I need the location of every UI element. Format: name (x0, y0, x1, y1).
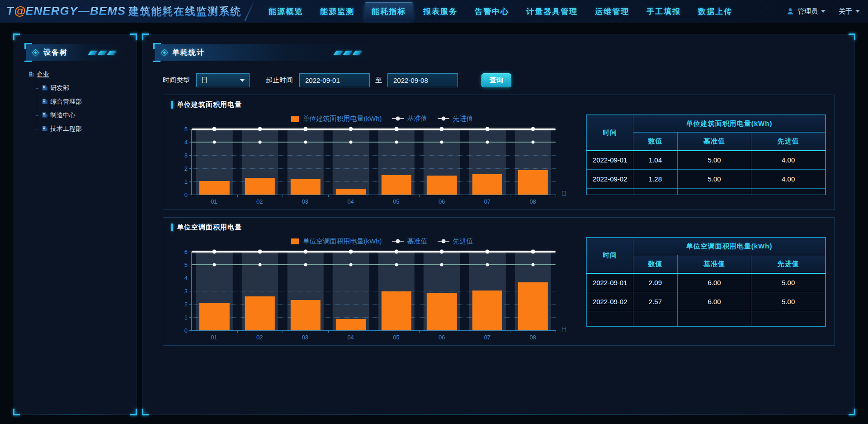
x-axis-tick-label: 05 (373, 334, 419, 341)
x-tick-mark (192, 195, 192, 197)
table-row-partial (587, 311, 826, 327)
legend-bar-swatch-icon (291, 116, 299, 122)
table-cell: 2022-09-01 (587, 151, 633, 170)
line-marker-dot (486, 263, 489, 267)
legend-line-marker-icon (392, 241, 404, 242)
building-icon (28, 71, 34, 79)
data-bar (472, 174, 502, 195)
nav-item-数据上传[interactable]: 数据上传 (691, 2, 739, 21)
device-tree-panel: 设备树 企业 研发部综合管理部制造中心技术工程部 (14, 34, 137, 415)
building-icon (42, 98, 48, 106)
line-marker-dot (394, 127, 398, 131)
legend-item-advanced[interactable]: 先进值 (438, 237, 473, 246)
nav-item-运维管理[interactable]: 运维管理 (588, 2, 636, 21)
nav-item-能源监测[interactable]: 能源监测 (313, 2, 361, 21)
table-cell: 4.00 (751, 170, 826, 189)
y-axis-tick-label: 1 (177, 314, 188, 321)
title-accent-bar (171, 224, 173, 231)
line-marker-dot (258, 141, 261, 144)
line-marker-dot (212, 127, 217, 131)
x-axis-tick-label: 04 (328, 198, 373, 205)
chart-section: 单位建筑面积用电量 单位建筑面积用电量(kWh)基准值先进值 012345日 0… (163, 95, 835, 210)
advanced-line (192, 142, 556, 143)
corner-bracket (13, 409, 20, 415)
x-tick-mark (556, 195, 556, 197)
y-axis-tick-label: 0 (177, 191, 188, 198)
about-menu[interactable]: 关于 (839, 7, 860, 16)
decor-slashes (335, 51, 361, 55)
legend-bar-swatch-icon (291, 238, 299, 244)
legend-item-advanced[interactable]: 先进值 (438, 114, 473, 123)
legend-item-bar[interactable]: 单位空调面积用电量(kWh) (291, 237, 382, 246)
section-title: 单位空调面积用电量 (177, 223, 242, 232)
table-cell: 2022-09-01 (587, 273, 633, 292)
line-marker-dot (486, 250, 490, 254)
bar-chart-plot: 0123456日 (191, 252, 556, 330)
corner-bracket (142, 409, 149, 415)
y-axis-tick-label: 3 (177, 288, 188, 295)
legend-line-marker-icon (392, 118, 404, 119)
line-marker-dot (531, 263, 534, 267)
category-slot (237, 129, 283, 195)
user-menu[interactable]: 管理员 (786, 7, 826, 16)
x-axis-labels: 0102030405060708 (191, 334, 556, 341)
data-bar (290, 179, 320, 195)
table-cell: 6.00 (677, 273, 751, 292)
table-header-time: 时间 (587, 115, 633, 151)
legend-item-baseline[interactable]: 基准值 (392, 114, 428, 123)
table-cell (587, 189, 633, 195)
logo-at-icon: @ (14, 4, 25, 18)
x-axis-tick-label: 07 (465, 198, 510, 205)
section-title-row: 单位空调面积用电量 (171, 223, 826, 232)
table-cell: 5.00 (751, 292, 826, 311)
table-cell (633, 311, 678, 327)
category-slot (510, 129, 556, 195)
nav-item-能耗指标[interactable]: 能耗指标 (365, 2, 413, 21)
title-accent-bar (171, 101, 173, 109)
nav-item-计量器具管理[interactable]: 计量器具管理 (519, 2, 585, 21)
line-marker-dot (394, 250, 398, 254)
section-title: 单位建筑面积用电量 (177, 100, 242, 109)
baseline-line (192, 129, 556, 130)
line-marker-dot (440, 141, 443, 144)
x-tick-mark (374, 330, 374, 333)
y-axis-tick-label: 4 (177, 275, 188, 281)
nav-item-手工填报[interactable]: 手工填报 (640, 2, 688, 21)
device-tree-title: 设备树 (43, 48, 68, 57)
to-label: 至 (375, 76, 382, 85)
nav-item-能源概览[interactable]: 能源概览 (262, 2, 310, 21)
category-slot (374, 129, 420, 195)
table-group-header: 单位空调面积用电量(kWh) (633, 238, 826, 255)
line-marker-dot (213, 141, 216, 144)
table-cell: 2022-09-02 (587, 292, 633, 311)
tree-node-研发部[interactable]: 研发部 (35, 81, 124, 95)
x-tick-mark (328, 330, 329, 333)
line-marker-dot (440, 127, 444, 131)
start-date-input[interactable] (299, 73, 370, 87)
data-bar (336, 189, 366, 195)
query-button[interactable]: 查询 (481, 73, 511, 87)
time-type-select[interactable]: 日 (196, 73, 250, 87)
tree-node-技术工程部[interactable]: 技术工程部 (35, 122, 124, 136)
line-marker-dot (258, 127, 262, 131)
tree-node-综合管理部[interactable]: 综合管理部 (35, 95, 124, 109)
data-bar (427, 293, 457, 330)
legend-item-baseline[interactable]: 基准值 (392, 237, 428, 246)
line-marker-dot (531, 250, 535, 254)
table-cell (587, 311, 633, 327)
corner-bracket (142, 33, 149, 40)
building-icon (42, 84, 48, 92)
app-logo: T@ENERGY—BEMS 建筑能耗在线监测系统 (6, 4, 241, 19)
x-tick-mark (374, 195, 374, 197)
x-tick-mark (465, 195, 465, 197)
legend-item-bar[interactable]: 单位建筑面积用电量(kWh) (291, 114, 382, 123)
data-bar (290, 300, 320, 330)
data-table-wrap: 时间单位空调面积用电量(kWh)数值基准值先进值2022-09-012.096.… (586, 237, 826, 327)
nav-item-报表服务[interactable]: 报表服务 (416, 2, 464, 21)
tree-node-制造中心[interactable]: 制造中心 (35, 109, 124, 122)
tree-node-root[interactable]: 企业 (28, 71, 124, 79)
end-date-input[interactable] (387, 73, 458, 87)
data-table: 时间单位空调面积用电量(kWh)数值基准值先进值2022-09-012.096.… (586, 238, 826, 327)
line-marker-dot (531, 141, 534, 144)
nav-item-告警中心[interactable]: 告警中心 (468, 2, 516, 21)
